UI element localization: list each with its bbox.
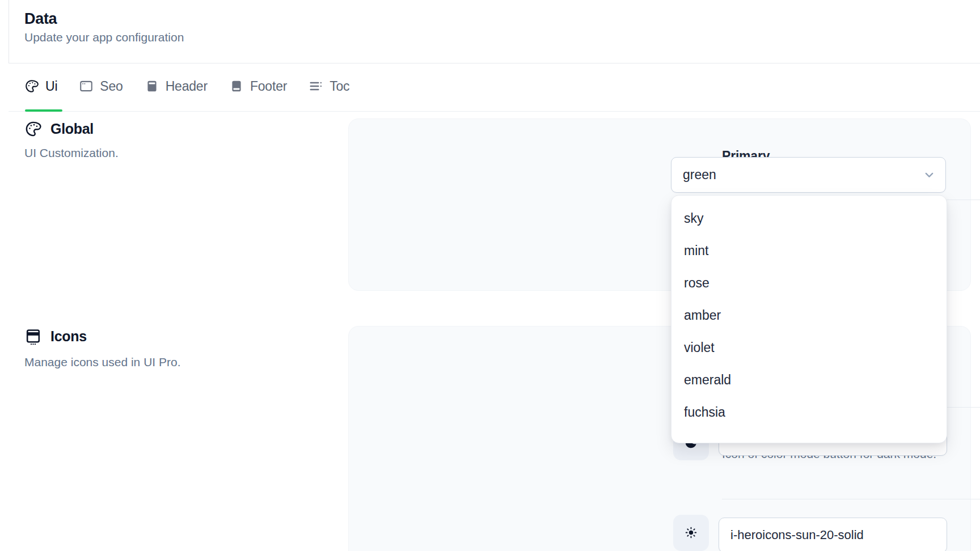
light-mode-icon-input[interactable]: i-heroicons-sun-20-solid: [719, 518, 947, 551]
page-title: Data: [24, 10, 57, 28]
chevron-down-icon: [922, 168, 936, 182]
light-mode-icon-preview: [673, 515, 709, 551]
header-divider: [9, 63, 980, 63]
tabs-bottom-border: [9, 111, 980, 112]
field-row-divider: [722, 499, 980, 499]
app-config-page: Data Update your app configuration Ui Se…: [0, 0, 980, 551]
primary-color-select-value: green: [683, 167, 922, 183]
window-dots-icon: [24, 328, 42, 345]
dropdown-option-mint[interactable]: mint: [671, 235, 947, 267]
icons-section-heading: Icons: [24, 328, 87, 345]
palette-icon: [24, 120, 42, 138]
global-section-title: Global: [50, 121, 94, 137]
header-icon: [145, 79, 159, 94]
icons-section-description: Manage icons used in UI Pro.: [24, 355, 180, 369]
global-section-description: UI Customization.: [24, 146, 119, 160]
tab-footer[interactable]: Footer: [229, 79, 287, 94]
page-subtitle: Update your app configuration: [24, 31, 184, 44]
dropdown-option-sky[interactable]: sky: [671, 202, 947, 235]
tab-bar: Ui Seo Header Footer Toc: [24, 71, 349, 101]
tab-ui[interactable]: Ui: [24, 79, 57, 94]
toc-icon: [309, 79, 323, 94]
tab-seo[interactable]: Seo: [79, 79, 122, 94]
left-edge-divider: [9, 0, 9, 63]
footer-icon: [229, 79, 244, 94]
sun-icon: [683, 525, 699, 541]
global-section-heading: Global: [24, 120, 94, 138]
light-mode-icon-input-value: i-heroicons-sun-20-solid: [730, 528, 864, 542]
tab-header[interactable]: Header: [145, 79, 208, 94]
palette-icon: [24, 79, 39, 94]
dropdown-option-fuchsia[interactable]: fuchsia: [671, 396, 947, 429]
primary-color-dropdown: sky mint rose amber violet emerald fuchs…: [671, 195, 947, 443]
primary-color-select[interactable]: green: [671, 157, 946, 193]
active-tab-underline: [25, 109, 62, 112]
dropdown-option-amber[interactable]: amber: [671, 299, 947, 332]
tab-toc[interactable]: Toc: [309, 79, 349, 94]
dropdown-option-emerald[interactable]: emerald: [671, 364, 947, 396]
dropdown-option-violet[interactable]: violet: [671, 332, 947, 364]
dropdown-option-rose[interactable]: rose: [671, 267, 947, 299]
window-icon: [79, 79, 94, 94]
icons-section-title: Icons: [50, 328, 87, 345]
